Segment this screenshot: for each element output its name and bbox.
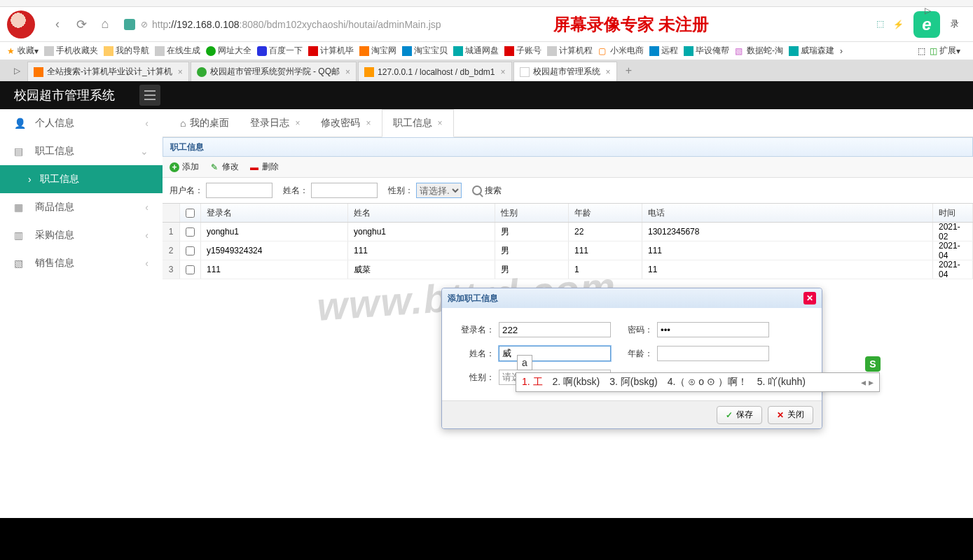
screen-recorder-watermark: 屏幕录像专家 未注册	[553, 13, 709, 36]
bookmark-item[interactable]: 我的导航	[104, 45, 149, 57]
browser-tab[interactable]: 全站搜索-计算机毕业设计_计算机×	[27, 62, 189, 81]
avatar[interactable]	[7, 10, 35, 38]
home-icon[interactable]: ⌂	[97, 16, 113, 33]
sidebar-item-purchase[interactable]: ▥采购信息‹	[0, 221, 163, 249]
browser-tab[interactable]: 127.0.0.1 / localhost / db_bdm1×	[358, 62, 511, 81]
tab-close-icon[interactable]: ×	[345, 67, 350, 77]
ime-page-nav[interactable]: ◂ ▸	[861, 377, 874, 388]
add-button[interactable]: +添加	[170, 161, 199, 173]
close-icon[interactable]: ×	[295, 118, 300, 128]
bookmark-item[interactable]: 网址大全	[206, 45, 251, 57]
dialog-close-button[interactable]: ✕	[803, 292, 816, 304]
username-label: 用户名：	[170, 185, 203, 197]
bookmark-more[interactable]: ›	[840, 46, 843, 56]
gender-select[interactable]: 请选择...	[416, 183, 462, 198]
bookmark-item[interactable]: 手机收藏夹	[44, 45, 98, 57]
sidebar-item-profile[interactable]: 👤个人信息‹	[0, 109, 163, 137]
url-bar[interactable]: ⊘ http://192.168.0.108:8080/bdm102xychao…	[124, 19, 874, 30]
tab-staff-info[interactable]: 职工信息×	[382, 109, 454, 137]
cart-icon: ▥	[14, 230, 27, 241]
login-input[interactable]	[499, 322, 611, 337]
play-icon[interactable]: ▷	[14, 66, 20, 76]
back-icon[interactable]: ‹	[49, 16, 66, 33]
bookmark-item[interactable]: ▢小米电商	[598, 45, 644, 57]
bookmark-item[interactable]: ▧数据蛇-淘	[735, 45, 783, 57]
add-staff-dialog: 添加职工信息 ✕ 登录名： 密码： 姓名： 年龄： 性别：	[441, 288, 822, 429]
menu-toggle-button[interactable]	[139, 85, 160, 106]
table-row[interactable]: 1 yonghu1yonghu1男22130123456782021-02	[163, 223, 973, 241]
chevron-left-icon: ‹	[145, 230, 149, 241]
close-icon[interactable]: ×	[438, 118, 443, 128]
home-icon: ⌂	[180, 118, 186, 129]
delete-button[interactable]: ▬删除	[249, 161, 279, 173]
table-row[interactable]: 2 y15949324324111男1111112021-04	[163, 241, 973, 260]
ime-candidate[interactable]: 2. 啊(kbsk)	[553, 376, 600, 388]
tab-close-icon[interactable]: ×	[606, 67, 611, 77]
col-phone[interactable]: 电话	[642, 204, 933, 222]
name-label: 姓名：	[283, 185, 308, 197]
password-label: 密码：	[618, 324, 653, 336]
browser-tab-active[interactable]: 校园超市管理系统×	[513, 62, 617, 81]
ime-candidate[interactable]: 1. 工	[522, 376, 543, 388]
extensions-button[interactable]: ◫扩展 ▾	[930, 45, 960, 57]
col-login[interactable]: 登录名	[201, 204, 348, 222]
dialog-title-bar[interactable]: 添加职工信息 ✕	[442, 288, 822, 308]
username-input[interactable]	[206, 183, 272, 198]
ime-candidate[interactable]: 3. 阿(bskg)	[609, 376, 657, 388]
bookmark-item[interactable]: 在线生成	[155, 45, 200, 57]
row-checkbox[interactable]	[186, 246, 195, 255]
tab-login-log[interactable]: 登录日志×	[240, 109, 310, 137]
col-name[interactable]: 姓名	[348, 204, 495, 222]
ime-candidate[interactable]: 5. 吖(kuhh)	[757, 376, 806, 388]
panel-title: 职工信息	[163, 137, 973, 157]
bookmark-item[interactable]: 百度一下	[257, 45, 303, 57]
ime-candidate-bar[interactable]: S 1. 工 2. 啊(kbsk) 3. 阿(bskg) 4.（ ⊙ o ⊙ ）…	[516, 372, 880, 392]
bookmark-item[interactable]: 远程	[649, 45, 678, 57]
col-age[interactable]: 年龄	[569, 204, 642, 222]
tab-change-pwd[interactable]: 修改密码×	[310, 109, 381, 137]
chevron-right-icon: ›	[28, 174, 32, 185]
refresh-icon[interactable]: ⟳	[73, 16, 90, 33]
bookmark-item[interactable]: 淘宝宝贝	[402, 45, 448, 57]
tab-close-icon[interactable]: ×	[178, 67, 183, 77]
new-tab-button[interactable]: +	[622, 64, 636, 78]
browser-tab[interactable]: 校园超市管理系统贺州学院 - QQ邮×	[191, 62, 357, 81]
edit-button[interactable]: ✎修改	[209, 161, 239, 173]
name-input[interactable]	[311, 183, 378, 198]
table-row[interactable]: 3 111威菜男1112021-04	[163, 260, 973, 279]
lightning-icon[interactable]: ⚡	[893, 20, 904, 29]
bookmark-item[interactable]: 威瑞森建	[789, 45, 834, 57]
close-icon[interactable]: ×	[366, 118, 371, 128]
sidebar-item-sales[interactable]: ▧销售信息‹	[0, 249, 163, 277]
save-button[interactable]: ✓保存	[717, 406, 762, 424]
name-field-input[interactable]	[499, 346, 611, 361]
pencil-icon: ✎	[209, 162, 219, 172]
row-checkbox[interactable]	[186, 227, 195, 237]
url-port: :8080	[240, 19, 264, 30]
sidebar-item-goods[interactable]: ▦商品信息‹	[0, 193, 163, 221]
sidebar-subitem-staff[interactable]: ›职工信息	[0, 165, 163, 193]
sidebar-item-staff[interactable]: ▤职工信息⌄	[0, 137, 163, 165]
bookmark-item[interactable]: 计算机毕	[308, 45, 354, 57]
qr-icon[interactable]: ⬚	[876, 19, 888, 30]
bookmark-item[interactable]: 子账号	[504, 45, 541, 57]
tab-desktop[interactable]: ⌂我的桌面	[170, 109, 240, 137]
row-checkbox[interactable]	[186, 265, 195, 274]
favorites-button[interactable]: ★收藏 ▾	[7, 45, 39, 57]
tab-close-icon[interactable]: ×	[501, 67, 506, 77]
plus-icon: +	[170, 162, 179, 172]
close-button[interactable]: ✕关闭	[768, 406, 813, 424]
search-button[interactable]: 搜索	[472, 185, 502, 197]
col-time[interactable]: 时间	[933, 204, 973, 222]
record-label: 录	[951, 18, 959, 30]
ime-composition: a	[517, 355, 532, 370]
bookmark-item[interactable]: 城通网盘	[453, 45, 499, 57]
bookmark-item[interactable]: 淘宝网	[359, 45, 396, 57]
col-gender[interactable]: 性别	[495, 204, 569, 222]
bookmark-item[interactable]: 计算机程	[547, 45, 593, 57]
ime-candidate[interactable]: 4.（ ⊙ o ⊙ ）啊！	[668, 376, 747, 388]
bookmark-item[interactable]: 毕设俺帮	[684, 45, 729, 57]
age-input[interactable]	[657, 346, 769, 361]
password-input[interactable]	[657, 322, 769, 337]
select-all-checkbox[interactable]	[186, 209, 195, 218]
